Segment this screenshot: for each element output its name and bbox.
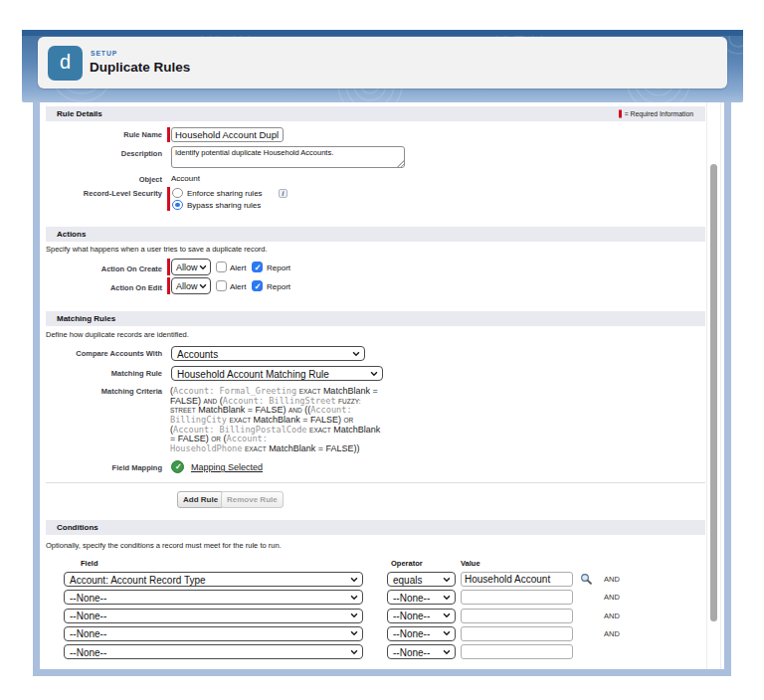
criteria-segment: MatchBlank [331,425,381,435]
rule-name-required-bar [167,127,170,142]
compare-accounts-with-select[interactable]: Accounts [171,346,365,361]
alert-on-create-checkbox[interactable] [216,262,227,272]
condition-row: --None-- --None-- AND [40,590,724,605]
action-on-edit-select[interactable]: Allow [171,277,211,294]
matching-rule-label: Matching Rule [46,369,162,378]
description-textarea[interactable]: Identify potential duplicate Household A… [171,146,405,168]
condition-operator-select[interactable]: --None-- [387,609,456,623]
chevron-down-icon [350,613,358,618]
alert-on-edit-checkbox[interactable] [216,280,227,291]
condition-field-value: Account: Account Record Type [70,574,206,585]
condition-row: --None-- --None-- [40,644,724,659]
condition-operator-select[interactable]: --None-- [387,590,456,605]
actions-description: Specify what happens when a user tries t… [46,245,268,254]
condition-field-select[interactable]: --None-- [64,626,363,641]
section-matching-rules-title: Matching Rules [57,314,115,323]
condition-field-select[interactable]: --None-- [64,644,363,659]
setup-banner: d SETUP Duplicate Rules [22,30,743,102]
required-legend: = Required Information [619,106,693,121]
chevron-down-icon [199,264,207,269]
info-icon[interactable]: i [279,189,287,198]
scrollbar-thumb[interactable] [710,164,717,621]
column-header-operator: Operator [391,559,423,568]
condition-field-value: --None-- [70,628,106,639]
condition-field-select[interactable]: Account: Account Record Type [64,572,363,587]
condition-value-input[interactable] [461,644,573,659]
criteria-segment: Account: [227,434,268,443]
action-on-create-label: Action On Create [46,264,162,273]
criteria-segment: EXACT [299,388,321,395]
condition-value-input[interactable] [461,626,573,641]
condition-field-value: --None-- [70,646,106,657]
condition-value-input[interactable] [461,609,573,623]
enforce-sharing-rules-radio[interactable] [172,188,183,199]
condition-row: --None-- --None-- AND [40,626,724,641]
condition-operator-value: equals [393,574,422,585]
chevron-down-icon [370,371,378,376]
condition-row: Account: Account Record Type equals AND [40,572,724,587]
criteria-segment: AND [288,407,302,414]
criteria-segment: MatchBlank = FALSE) [251,415,343,425]
matching-rule-select[interactable]: Household Account Matching Rule [171,366,383,381]
compare-accounts-with-label: Compare Accounts With [46,349,162,358]
field-mapping-label: Field Mapping [46,463,162,472]
criteria-segment: Account: BillingPostalCode [173,425,307,435]
app-icon-letter: d [60,51,71,73]
criteria-line: HouseholdPhone EXACT MatchBlank = FALSE)… [170,444,380,454]
rule-name-input[interactable] [171,127,284,142]
add-rule-button[interactable]: Add Rule [177,491,224,508]
divider [46,482,705,483]
mapping-selected-check-icon [171,460,184,473]
condition-field-select[interactable]: --None-- [64,590,363,605]
action-on-create-select[interactable]: Allow [171,259,211,275]
chevron-down-icon [352,351,360,356]
chevron-down-icon [443,649,451,654]
lookup-icon[interactable] [580,572,593,585]
chevron-down-icon [350,577,358,582]
criteria-segment: HouseholdPhone [170,443,242,453]
section-rule-details: Rule Details = Required Information [46,106,705,121]
section-rule-details-title: Rule Details [57,109,102,118]
section-matching-rules: Matching Rules [46,311,705,326]
criteria-segment: Account: Formal_Greeting [173,386,296,396]
content: Rule Details = Required Information Rule… [40,102,724,669]
bypass-sharing-rules-radio[interactable] [172,200,183,211]
object-value: Account [171,174,200,183]
condition-operator-select[interactable]: --None-- [387,644,456,659]
required-bar-icon [619,110,622,118]
matching-rules-description: Define how duplicate records are identif… [46,330,189,339]
mapping-selected-link[interactable]: Mapping Selected [191,462,263,472]
criteria-segment: EXACT [229,417,251,424]
section-actions-title: Actions [57,230,86,239]
remove-rule-button[interactable]: Remove Rule [221,491,284,508]
report-on-edit-checkbox[interactable] [252,280,263,291]
record-level-security-required-bar [167,187,170,211]
condition-value-input[interactable] [461,590,573,605]
rule-name-label: Rule Name [46,130,162,139]
chevron-down-icon [350,649,358,654]
page-title: Duplicate Rules [90,60,190,75]
condition-operator-select[interactable]: --None-- [387,626,456,641]
report-on-create-checkbox[interactable] [252,262,263,272]
section-actions: Actions [46,227,705,242]
condition-operator-select[interactable]: equals [387,572,456,587]
section-conditions: Conditions [46,520,705,535]
chevron-down-icon [443,631,451,636]
action-on-edit-label: Action On Edit [46,283,162,292]
condition-value-input[interactable] [461,572,573,587]
condition-connector: AND [604,593,620,602]
compare-accounts-with-value: Accounts [177,348,218,359]
duplicate-rules-app-icon: d [48,46,83,81]
scrollbar-track[interactable] [706,102,721,669]
criteria-segment: FUZZY: [338,398,360,405]
criteria-segment: = FALSE) [170,434,211,443]
record-level-security-label: Record-Level Security [46,189,162,198]
criteria-segment: EXACT [245,445,267,452]
action-on-edit-select-value: Allow [176,281,198,291]
condition-field-select[interactable]: --None-- [64,609,363,623]
object-label: Object [46,175,162,184]
chevron-down-icon [443,577,451,582]
conditions-description: Optionally, specify the conditions a rec… [46,541,282,550]
criteria-segment: EXACT [309,427,331,434]
condition-connector: AND [604,629,620,638]
